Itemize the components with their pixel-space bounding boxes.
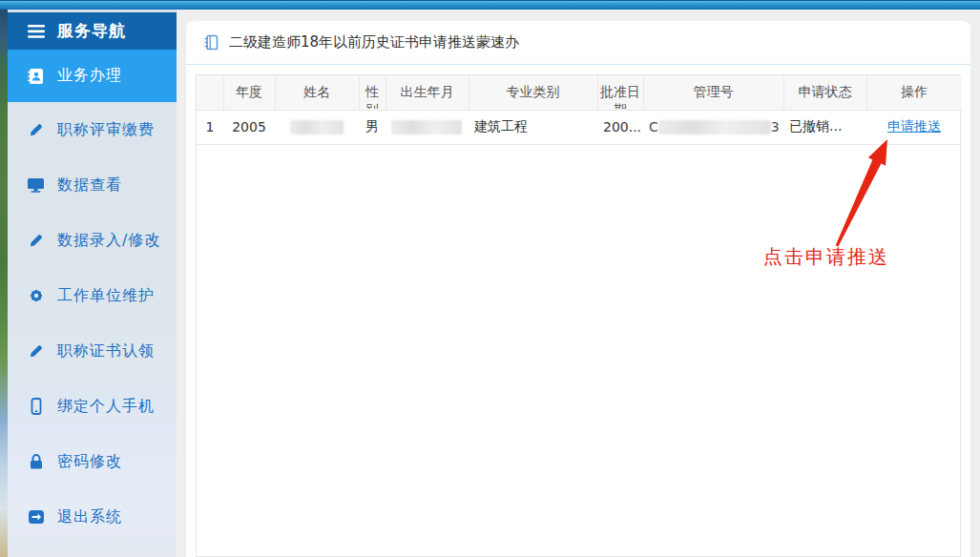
lock-icon (27, 453, 45, 470)
sidebar-header-label: 服务导航 (57, 20, 126, 42)
cell-index: 1 (197, 110, 223, 144)
sidebar-item-logout[interactable]: 退出系统 (8, 489, 177, 545)
col-header-index (197, 75, 223, 110)
sidebar-item-business[interactable]: 业务办理 (8, 50, 177, 102)
sidebar-item-label: 退出系统 (57, 507, 122, 527)
page-title: 二级建造师18年以前历史证书申请推送蒙速办 (229, 33, 519, 52)
sidebar-item-title-review-payment[interactable]: 职称评审缴费 (8, 102, 177, 157)
col-header-major: 专业类别 (469, 75, 597, 110)
cell-major: 建筑工程 (469, 110, 597, 144)
sidebar-item-label: 数据录入/修改 (57, 231, 160, 251)
apply-push-link[interactable]: 申请推送 (887, 118, 941, 134)
cell-status: 已撤销... (783, 110, 866, 144)
sidebar-item-data-entry[interactable]: 数据录入/修改 (8, 213, 177, 268)
sidebar-item-label: 职称评审缴费 (57, 120, 155, 140)
table-header-row: 年度 姓名 性别 出生年月 专业类别 批准日期 管理号 申请状态 操作 (197, 75, 962, 110)
col-header-gender: 性别 (359, 75, 386, 110)
sidebar-item-label: 密码修改 (57, 452, 122, 472)
pencil-icon (27, 232, 45, 249)
cell-action: 申请推送 (866, 110, 962, 144)
redacted-name-block (290, 120, 344, 134)
redacted-birth-block (391, 120, 462, 134)
gear-icon (27, 287, 45, 304)
id-card-icon (27, 68, 45, 85)
sidebar-header[interactable]: 服务导航 (8, 12, 177, 50)
sidebar-item-work-unit[interactable]: 工作单位维护 (8, 268, 177, 323)
pencil-icon (27, 342, 45, 360)
page-title-bar: 二级建造师18年以前历史证书申请推送蒙速办 (186, 21, 970, 65)
sidebar-item-change-password[interactable]: 密码修改 (8, 434, 177, 489)
cell-gender: 男 (359, 110, 386, 144)
cell-name-redacted (275, 110, 359, 144)
cell-year: 2005 (223, 110, 275, 144)
phone-icon (27, 398, 45, 415)
sidebar-item-label: 职称证书认领 (57, 341, 155, 361)
sidebar-item-label: 工作单位维护 (57, 286, 155, 306)
records-table-container: 年度 姓名 性别 出生年月 专业类别 批准日期 管理号 申请状态 操作 1 20… (196, 74, 961, 557)
pencil-icon (27, 121, 45, 138)
sidebar-item-label: 数据查看 (57, 175, 122, 196)
col-header-status: 申请状态 (783, 75, 866, 110)
top-gradient-bar (0, 0, 980, 10)
sidebar: 服务导航 业务办理 职称评审缴费 数据查看 数据录入/修改 工作单位维护 (8, 10, 177, 557)
logout-icon (27, 508, 45, 526)
redacted-mgmt-no-block (658, 120, 771, 134)
notebook-icon (203, 34, 219, 51)
col-header-mgmt-no: 管理号 (643, 75, 783, 110)
sidebar-item-data-view[interactable]: 数据查看 (8, 157, 177, 213)
records-table: 年度 姓名 性别 出生年月 专业类别 批准日期 管理号 申请状态 操作 1 20… (197, 75, 962, 145)
cell-birth-redacted (386, 110, 469, 144)
table-row: 1 2005 男 建筑工程 200... C3 已撤销... 申请推送 (197, 110, 962, 144)
cell-approval-date: 200... (597, 110, 643, 144)
menu-icon (27, 24, 45, 39)
sidebar-item-label: 绑定个人手机 (57, 397, 155, 417)
main-panel: 二级建造师18年以前历史证书申请推送蒙速办 年度 姓名 性别 出生年月 专业类别… (186, 21, 970, 557)
mgmt-no-suffix: 3 (771, 119, 780, 134)
mgmt-no-prefix: C (649, 119, 658, 134)
annotation-text: 点击申请推送 (763, 244, 889, 270)
col-header-approval-date: 批准日期 (597, 75, 643, 110)
col-header-name: 姓名 (275, 75, 359, 110)
col-header-birth: 出生年月 (386, 75, 469, 110)
monitor-icon (27, 176, 45, 194)
col-header-year: 年度 (223, 75, 275, 110)
sidebar-item-bind-phone[interactable]: 绑定个人手机 (8, 379, 177, 434)
sidebar-item-label: 业务办理 (57, 66, 122, 86)
sidebar-item-certificate-claim[interactable]: 职称证书认领 (8, 323, 177, 379)
col-header-action: 操作 (866, 75, 962, 110)
cell-mgmt-no: C3 (643, 110, 783, 144)
